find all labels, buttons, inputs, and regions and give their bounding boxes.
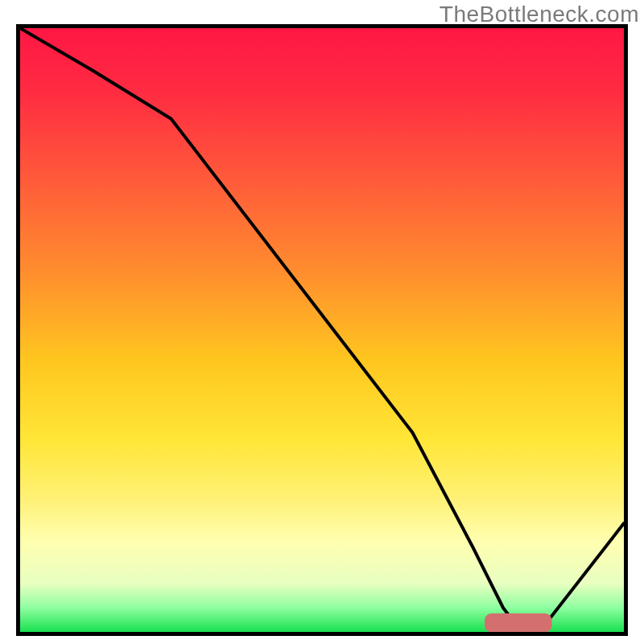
gradient-background <box>20 28 624 632</box>
plot-area <box>16 24 628 636</box>
chart-frame: TheBottleneck.com <box>0 0 644 644</box>
optimal-range-marker <box>485 614 552 633</box>
chart-svg <box>20 28 624 632</box>
